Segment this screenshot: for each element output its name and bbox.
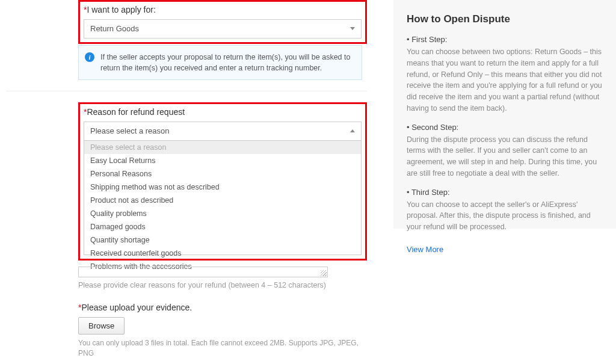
reason-option[interactable]: Received counterfeit goods xyxy=(84,247,361,260)
help-step-body: During the dispute process you can discu… xyxy=(407,134,604,179)
reason-option[interactable]: Quality problems xyxy=(84,207,361,220)
help-step-title: • Second Step: xyxy=(407,123,604,132)
resize-handle-icon[interactable] xyxy=(321,270,327,276)
reason-option[interactable]: Personal Reasons xyxy=(84,167,361,180)
reason-option[interactable]: Damaged goods xyxy=(84,220,361,233)
help-step-body: You can choose between two options: Retu… xyxy=(407,46,604,114)
reason-selected-value: Please select a reason xyxy=(90,126,170,135)
help-title: How to Open Dispute xyxy=(407,13,604,25)
reason-select[interactable]: Please select a reason xyxy=(84,122,362,141)
help-step-body: You can choose to accept the seller's or… xyxy=(407,199,604,233)
browse-hint: You can only upload 3 files in total. Ea… xyxy=(78,338,361,359)
reason-option[interactable]: Easy Local Returns xyxy=(84,154,361,167)
reason-option[interactable]: Quantity shortage xyxy=(84,233,361,247)
browse-button[interactable]: Browse xyxy=(78,317,125,335)
help-step-title: • Third Step: xyxy=(407,188,604,197)
apply-for-select[interactable]: Return Goods xyxy=(84,19,362,39)
apply-for-label: *I want to apply for: xyxy=(84,4,362,14)
help-step: • Third Step: You can choose to accept t… xyxy=(407,188,604,233)
refund-reason-textarea[interactable] xyxy=(78,267,328,277)
chevron-up-icon xyxy=(350,129,355,132)
divider xyxy=(6,91,367,91)
apply-for-highlight: *I want to apply for: Return Goods xyxy=(78,0,367,44)
apply-for-selected-value: Return Goods xyxy=(90,24,139,33)
info-icon: i xyxy=(85,52,94,62)
reason-dropdown: Please select a reason Easy Local Return… xyxy=(84,141,362,255)
reason-option[interactable]: Product not as described xyxy=(84,194,361,207)
help-step-title: • First Step: xyxy=(407,35,604,44)
reason-label: *Reason for refund request xyxy=(84,106,362,117)
view-more-link[interactable]: View More xyxy=(407,245,443,254)
info-notice-text: If the seller accepts your proposal to r… xyxy=(100,53,350,72)
evidence-label: *Please upload your evidence. xyxy=(78,303,367,312)
info-notice: i If the seller accepts your proposal to… xyxy=(78,45,362,80)
help-step: • Second Step: During the dispute proces… xyxy=(407,123,604,179)
reason-option-placeholder[interactable]: Please select a reason xyxy=(84,141,361,154)
help-panel: How to Open Dispute • First Step: You ca… xyxy=(393,0,616,229)
reason-highlight: *Reason for refund request Please select… xyxy=(78,102,367,261)
reason-option[interactable]: Shipping method was not as described xyxy=(84,180,361,194)
help-step: • First Step: You can choose between two… xyxy=(407,35,604,114)
chevron-down-icon xyxy=(350,27,355,30)
refund-reason-hint: Please provide clear reasons for your re… xyxy=(78,281,367,289)
